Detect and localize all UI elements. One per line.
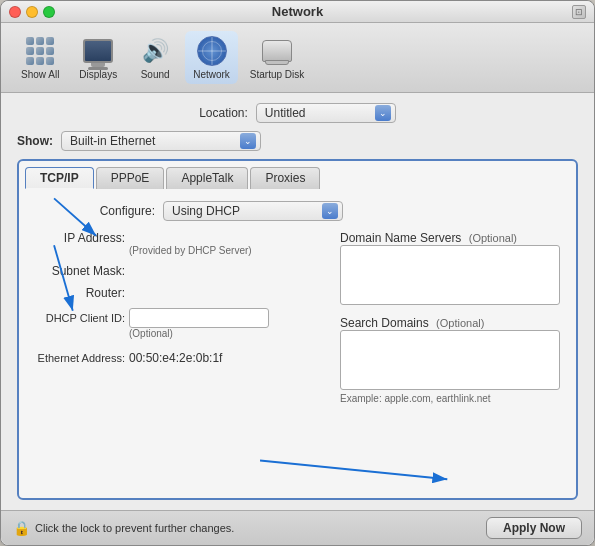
dhcp-note: (Optional) [129,328,324,339]
tabs-row: TCP/IP PPPoE AppleTalk Proxies [19,161,576,189]
ethernet-address-value: 00:50:e4:2e:0b:1f [129,351,222,365]
dhcp-row: DHCP Client ID: [35,308,324,328]
displays-label: Displays [79,69,117,80]
traffic-lights [9,6,55,18]
minimize-button[interactable] [26,6,38,18]
tab-proxies[interactable]: Proxies [250,167,320,189]
resize-button[interactable]: ⊡ [572,5,586,19]
tcpip-content: Configure: Using DHCP ⌄ IP Address: [19,189,576,498]
lock-icon[interactable]: 🔒 [13,519,29,537]
toolbar: Show All Displays 🔊 Sound [1,23,594,93]
toolbar-item-show-all[interactable]: Show All [13,31,67,84]
network-icon [196,35,228,67]
search-domains-header: Search Domains (Optional) [340,316,560,330]
panel-area: TCP/IP PPPoE AppleTalk Proxies Configure… [17,159,578,500]
show-all-label: Show All [21,69,59,80]
location-dropdown-arrow: ⌄ [375,105,391,121]
lock-text: Click the lock to prevent further change… [35,522,234,534]
configure-dropdown-arrow: ⌄ [322,203,338,219]
location-value: Untitled [261,106,375,120]
ip-address-note: (Provided by DHCP Server) [129,245,324,256]
ethernet-address-label: Ethernet Address: [35,352,125,364]
ip-address-row: IP Address: [35,231,324,245]
content-area: Location: Untitled ⌄ Show: Built-in Ethe… [1,93,594,510]
dns-header: Domain Name Servers (Optional) [340,231,560,245]
toolbar-item-startup-disk[interactable]: Startup Disk [242,31,312,84]
ip-address-label: IP Address: [35,231,125,245]
lock-area: 🔒 Click the lock to prevent further chan… [13,519,234,537]
show-row: Show: Built-in Ethernet ⌄ [17,131,578,151]
configure-label: Configure: [65,204,155,218]
location-select[interactable]: Untitled ⌄ [256,103,396,123]
toolbar-item-network[interactable]: Network [185,31,238,84]
maximize-button[interactable] [43,6,55,18]
router-label: Router: [35,286,125,300]
location-row: Location: Untitled ⌄ [17,103,578,123]
configure-select[interactable]: Using DHCP ⌄ [163,201,343,221]
search-domains-section: Search Domains (Optional) Example: apple… [340,316,560,404]
location-label: Location: [199,106,248,120]
dhcp-input[interactable] [129,308,269,328]
search-domains-label: Search Domains [340,316,429,330]
window-title: Network [272,4,323,19]
ethernet-address-row: Ethernet Address: 00:50:e4:2e:0b:1f [35,351,324,365]
configure-value: Using DHCP [168,204,322,218]
startup-disk-icon [261,35,293,67]
subnet-mask-row: Subnet Mask: [35,264,324,278]
example-text: Example: apple.com, earthlink.net [340,393,560,404]
show-value: Built-in Ethernet [66,134,240,148]
ip-address-section: IP Address: (Provided by DHCP Server) [35,231,324,256]
dns-label: Domain Name Servers [340,231,461,245]
router-row: Router: [35,286,324,300]
dns-optional: (Optional) [469,232,517,244]
title-bar: Network ⊡ [1,1,594,23]
sound-label: Sound [141,69,170,80]
show-all-icon [24,35,56,67]
window: Network ⊡ Show All [0,0,595,546]
close-button[interactable] [9,6,21,18]
dns-section: Domain Name Servers (Optional) [340,231,560,308]
dhcp-label: DHCP Client ID: [35,312,125,324]
dns-textarea[interactable] [340,245,560,305]
subnet-mask-label: Subnet Mask: [35,264,125,278]
two-col-layout: IP Address: (Provided by DHCP Server) Su… [35,231,560,486]
tab-tcpip[interactable]: TCP/IP [25,167,94,189]
show-dropdown-arrow: ⌄ [240,133,256,149]
show-label: Show: [17,134,53,148]
toolbar-item-displays[interactable]: Displays [71,31,125,84]
toolbar-item-sound[interactable]: 🔊 Sound [129,31,181,84]
sound-icon: 🔊 [139,35,171,67]
right-column: Domain Name Servers (Optional) Search Do… [340,231,560,486]
tab-appletalk[interactable]: AppleTalk [166,167,248,189]
show-select[interactable]: Built-in Ethernet ⌄ [61,131,261,151]
startup-disk-label: Startup Disk [250,69,304,80]
search-domains-textarea[interactable] [340,330,560,390]
displays-icon [82,35,114,67]
configure-row: Configure: Using DHCP ⌄ [65,201,560,221]
network-label: Network [193,69,230,80]
search-domains-optional: (Optional) [436,317,484,329]
apply-now-button[interactable]: Apply Now [486,517,582,539]
bottom-bar: 🔒 Click the lock to prevent further chan… [1,510,594,545]
left-column: IP Address: (Provided by DHCP Server) Su… [35,231,324,486]
tab-pppoe[interactable]: PPPoE [96,167,165,189]
dhcp-section: DHCP Client ID: (Optional) [35,308,324,339]
